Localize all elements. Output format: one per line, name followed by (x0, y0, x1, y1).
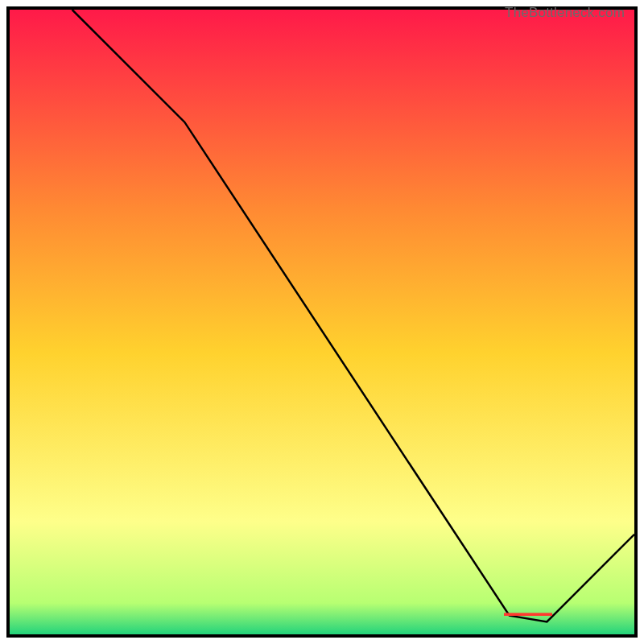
optimum-marker: ▬▬▬▬▬ (504, 607, 552, 618)
plot-area: TheBottleneck.com ▬▬▬▬▬ (6, 6, 638, 638)
gradient-background (10, 10, 634, 634)
attribution-label: TheBottleneck.com (505, 5, 625, 21)
chart-svg: ▬▬▬▬▬ (10, 10, 634, 634)
chart-container: TheBottleneck.com ▬▬▬▬▬ (0, 0, 644, 644)
